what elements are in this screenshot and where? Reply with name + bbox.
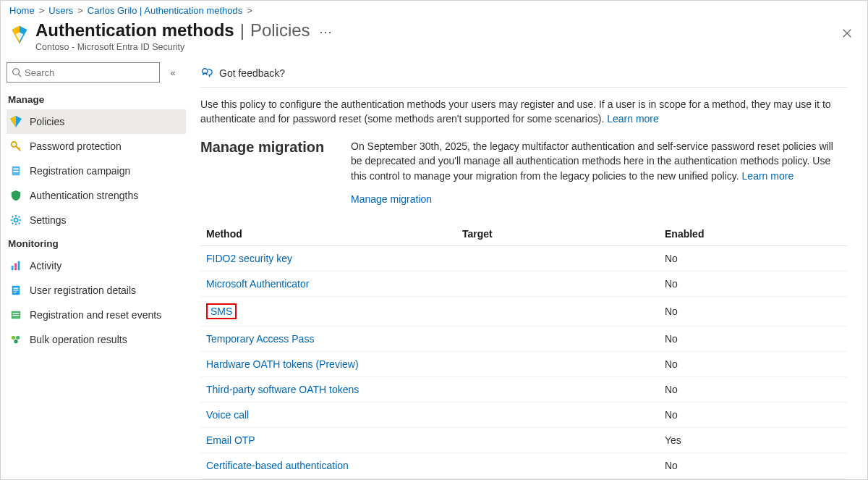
svg-line-18 — [12, 216, 14, 218]
chevron-right-icon: > — [247, 5, 252, 16]
sidebar-item-label: Registration campaign — [30, 165, 130, 177]
policies-icon — [9, 115, 22, 128]
table-row[interactable]: Third-party software OATH tokensNo — [200, 377, 847, 403]
method-link[interactable]: Voice call — [206, 409, 249, 421]
svg-point-13 — [14, 218, 17, 222]
enabled-cell: No — [659, 352, 847, 377]
manage-migration-link[interactable]: Manage migration — [351, 192, 432, 206]
svg-point-7 — [12, 142, 17, 147]
target-cell — [456, 271, 659, 297]
key-icon — [9, 140, 22, 153]
sidebar-item-auth-strengths[interactable]: Authentication strengths — [7, 183, 186, 208]
more-actions-button[interactable]: ⋯ — [319, 24, 333, 40]
col-header-target[interactable]: Target — [456, 222, 659, 246]
svg-rect-31 — [13, 315, 20, 316]
document-icon — [9, 284, 22, 297]
sidebar-item-label: Activity — [30, 260, 61, 271]
intro-body: Use this policy to configure the authent… — [200, 98, 831, 125]
auth-methods-icon — [9, 25, 30, 45]
enabled-cell: No — [659, 327, 847, 352]
svg-marker-6 — [10, 116, 16, 127]
page-title: Authentication methods — [35, 20, 234, 41]
method-link[interactable]: Temporary Access Pass — [206, 333, 314, 345]
page-subtitle: Policies — [250, 20, 310, 41]
sidebar-item-policies[interactable]: Policies — [7, 109, 186, 134]
sidebar-item-label: Password protection — [30, 140, 122, 152]
table-row[interactable]: Voice callNo — [200, 403, 847, 428]
enabled-cell: No — [659, 377, 847, 403]
col-header-method[interactable]: Method — [200, 222, 456, 246]
feedback-button[interactable]: Got feedback? — [200, 67, 847, 88]
sidebar-item-password-protection[interactable]: Password protection — [7, 134, 186, 159]
search-input-box[interactable] — [7, 62, 160, 83]
method-link[interactable]: Microsoft Authenticator — [206, 278, 309, 290]
sidebar-item-label: Settings — [30, 214, 67, 226]
table-row[interactable]: Microsoft AuthenticatorNo — [200, 271, 847, 297]
chevron-right-icon: > — [39, 5, 45, 16]
col-header-enabled[interactable]: Enabled — [659, 222, 847, 246]
table-row[interactable]: Email OTPYes — [200, 428, 847, 453]
target-cell — [456, 327, 659, 352]
bulk-ops-icon — [9, 333, 22, 346]
method-link[interactable]: FIDO2 security key — [206, 253, 292, 264]
sidebar-item-user-registration-details[interactable]: User registration details — [7, 278, 186, 303]
feedback-icon — [200, 67, 213, 80]
svg-rect-26 — [13, 287, 18, 288]
sidebar-item-label: Policies — [30, 116, 64, 127]
method-link[interactable]: Certificate-based authentication — [206, 460, 349, 471]
sidebar-item-label: User registration details — [30, 285, 136, 296]
breadcrumb-home[interactable]: Home — [9, 5, 35, 16]
search-input[interactable] — [25, 67, 155, 78]
svg-point-32 — [12, 336, 15, 340]
enabled-cell: No — [659, 453, 847, 479]
sidebar-section-manage: Manage — [7, 88, 186, 109]
svg-line-21 — [19, 216, 20, 218]
enabled-cell: Yes — [659, 428, 847, 453]
svg-line-19 — [19, 223, 20, 224]
enabled-cell: No — [659, 403, 847, 428]
svg-rect-12 — [13, 171, 18, 172]
svg-point-3 — [13, 69, 20, 75]
sidebar-item-activity[interactable]: Activity — [7, 253, 186, 278]
svg-rect-23 — [14, 263, 17, 270]
svg-rect-24 — [18, 261, 20, 270]
sidebar-item-registration-reset-events[interactable]: Registration and reset events — [7, 303, 186, 327]
breadcrumb-users[interactable]: Users — [48, 5, 73, 16]
events-icon — [9, 308, 22, 321]
sidebar-item-registration-campaign[interactable]: Registration campaign — [7, 159, 186, 183]
method-link[interactable]: Hardware OATH tokens (Preview) — [206, 358, 359, 370]
page-header: Authentication methods | Policies ⋯ Cont… — [1, 17, 867, 59]
target-cell — [456, 403, 659, 428]
sidebar: « Manage Policies Password protection R — [1, 59, 186, 479]
svg-line-8 — [16, 146, 20, 151]
target-cell — [456, 428, 659, 453]
enabled-cell: No — [659, 246, 847, 271]
method-link[interactable]: Email OTP — [206, 434, 255, 446]
svg-point-33 — [16, 336, 20, 340]
sidebar-section-monitoring: Monitoring — [7, 232, 186, 253]
svg-rect-28 — [13, 292, 16, 292]
sidebar-item-settings[interactable]: Settings — [7, 208, 186, 232]
table-row[interactable]: Temporary Access PassNo — [200, 327, 847, 352]
svg-line-20 — [12, 223, 14, 224]
sidebar-item-bulk-operation-results[interactable]: Bulk operation results — [7, 327, 186, 352]
target-cell — [456, 352, 659, 377]
table-row[interactable]: SMSNo — [200, 297, 847, 327]
breadcrumb-user-auth-methods[interactable]: Carlos Grilo | Authentication methods — [88, 5, 242, 16]
migration-learn-more-link[interactable]: Learn more — [742, 170, 794, 182]
main-content: Got feedback? Use this policy to configu… — [186, 59, 867, 479]
title-divider: | — [240, 20, 244, 41]
clipboard-icon — [9, 164, 22, 177]
method-link[interactable]: Third-party software OATH tokens — [206, 384, 359, 395]
table-row[interactable]: Hardware OATH tokens (Preview)No — [200, 352, 847, 377]
target-cell — [456, 377, 659, 403]
search-icon — [12, 67, 22, 77]
target-cell — [456, 246, 659, 271]
close-blade-button[interactable] — [838, 25, 856, 42]
collapse-sidebar-button[interactable]: « — [166, 67, 180, 78]
table-row[interactable]: Certificate-based authenticationNo — [200, 453, 847, 479]
method-link[interactable]: SMS — [210, 306, 232, 317]
intro-learn-more-link[interactable]: Learn more — [607, 113, 659, 125]
bar-chart-icon — [9, 259, 22, 272]
table-row[interactable]: FIDO2 security keyNo — [200, 246, 847, 271]
